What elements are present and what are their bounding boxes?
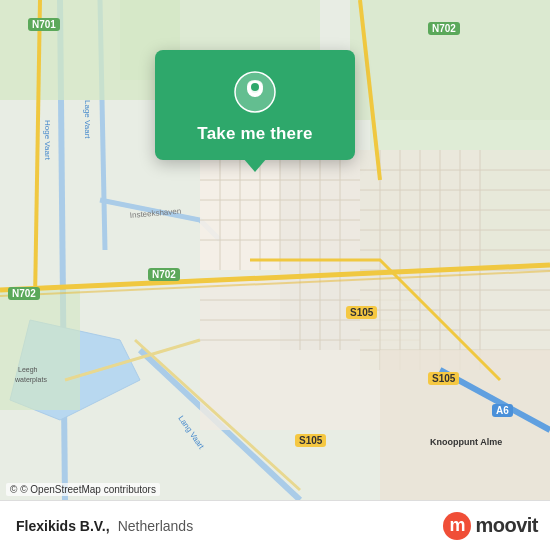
- moovit-m-icon: m: [443, 512, 471, 540]
- take-me-there-popup[interactable]: Take me there: [155, 50, 355, 160]
- road-label-n702-top: N702: [428, 22, 460, 35]
- copyright-symbol: ©: [10, 484, 17, 495]
- bottom-bar: Flexikids B.V., Netherlands m moovit: [0, 500, 550, 550]
- osm-attribution: © OpenStreetMap contributors: [20, 484, 156, 495]
- moovit-text: moovit: [475, 514, 538, 537]
- road-label-n702-left: N702: [8, 287, 40, 300]
- svg-point-51: [251, 83, 259, 91]
- map-container: Insteekshaven Hoge Vaart Lage Vaart Leeg…: [0, 0, 550, 500]
- location-name: Flexikids B.V.,: [16, 518, 110, 534]
- road-label-n702-mid: N702: [148, 268, 180, 281]
- road-label-s105-1: S105: [346, 306, 377, 319]
- road-label-s105-2: S105: [428, 372, 459, 385]
- svg-rect-5: [0, 290, 80, 410]
- svg-text:waterplats: waterplats: [14, 376, 47, 384]
- location-pin-icon: [233, 70, 277, 114]
- road-label-a6: A6: [492, 404, 513, 417]
- road-label-s105-3: S105: [295, 434, 326, 447]
- moovit-logo[interactable]: m moovit: [443, 512, 538, 540]
- svg-rect-40: [380, 350, 550, 500]
- map-attribution: © © OpenStreetMap contributors: [6, 483, 160, 496]
- road-label-n701: N701: [28, 18, 60, 31]
- svg-text:Lage Vaart: Lage Vaart: [83, 100, 92, 139]
- svg-text:Hoge Vaart: Hoge Vaart: [43, 120, 52, 161]
- svg-rect-3: [350, 0, 550, 120]
- popup-label: Take me there: [197, 124, 312, 144]
- location-country: Netherlands: [118, 518, 194, 534]
- svg-text:Knooppunt Alme: Knooppunt Alme: [430, 437, 502, 447]
- svg-text:Leegh: Leegh: [18, 366, 38, 374]
